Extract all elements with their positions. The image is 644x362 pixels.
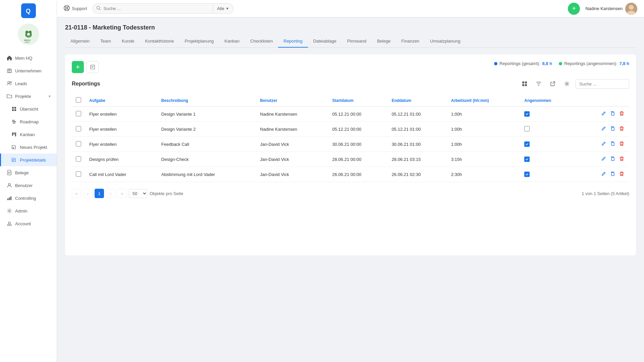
sidebar-item-uebersicht[interactable]: Übersicht [0, 103, 57, 115]
tab-kanban[interactable]: Kanban [219, 35, 245, 48]
global-add-button[interactable]: + [568, 3, 580, 15]
sidebar-item-admin[interactable]: Admin [0, 204, 57, 217]
angenommen-checked-icon[interactable] [524, 157, 530, 162]
delete-icon[interactable] [618, 110, 625, 118]
prev-page-button[interactable]: ‹ [83, 189, 93, 198]
copy-icon[interactable] [609, 125, 616, 133]
tab-finanzen[interactable]: Finanzen [396, 35, 425, 48]
sidebar-item-belege[interactable]: Belege [0, 166, 57, 179]
table-row: Flyer erstellenDesign Variante 1Nadine K… [72, 107, 629, 122]
sidebar-item-neues-projekt[interactable]: Neues Projekt [0, 141, 57, 154]
delete-icon[interactable] [618, 170, 625, 178]
sidebar-item-projektdetails[interactable]: Projektdetails [0, 154, 57, 166]
controlling-icon [6, 195, 12, 201]
reporting-search-input[interactable] [576, 79, 629, 89]
svg-rect-39 [7, 225, 11, 226]
sidebar-item-mein-hq[interactable]: Mein HQ [0, 52, 57, 64]
edit-icon[interactable] [600, 140, 607, 148]
row-checkbox[interactable] [76, 156, 81, 162]
cell-angenommen [520, 167, 576, 182]
sidebar-item-projekte[interactable]: Projekte ▼ [0, 90, 57, 103]
home-icon [6, 55, 12, 61]
sidebar-item-unternehmen[interactable]: Unternehmen [0, 64, 57, 77]
angenommen-checked-icon[interactable] [524, 172, 530, 177]
tab-allgemein[interactable]: Allgemein [65, 35, 95, 48]
sidebar-item-controlling[interactable]: Controlling [0, 192, 57, 204]
sidebar-item-roadmap[interactable]: Roadmap [0, 115, 57, 128]
svg-rect-11 [10, 70, 10, 71]
copy-icon[interactable] [609, 110, 616, 118]
tab-kontakthistorie[interactable]: Kontakthistorie [140, 35, 179, 48]
edit-icon[interactable] [600, 155, 607, 163]
pagination: « ‹ 1 › » 50 25 100 Objekte pro Seite 1 … [72, 189, 629, 198]
svg-rect-35 [9, 197, 10, 200]
select-all-checkbox[interactable] [76, 97, 81, 103]
svg-rect-57 [525, 84, 527, 86]
delete-icon[interactable] [618, 140, 625, 148]
project-tabs: Allgemein Team Kunde Kontakthistorie Pro… [65, 35, 636, 48]
row-checkbox[interactable] [76, 111, 81, 116]
tab-umsatzplanung[interactable]: Umsatzplanung [425, 35, 466, 48]
search-filter-dropdown[interactable]: Alle ▼ [213, 3, 233, 14]
export-button[interactable] [87, 61, 99, 73]
edit-icon[interactable] [600, 170, 607, 178]
edit-icon[interactable] [600, 110, 607, 118]
tab-pinnwand[interactable]: Pinnwand [342, 35, 372, 48]
row-checkbox[interactable] [76, 126, 81, 131]
svg-rect-62 [611, 112, 614, 115]
first-page-button[interactable]: « [72, 189, 81, 198]
svg-rect-25 [14, 132, 15, 135]
svg-rect-54 [522, 81, 524, 83]
last-page-button[interactable]: » [117, 189, 127, 198]
row-checkbox[interactable] [76, 171, 81, 177]
col-arbeitszeit: Arbeitszeit (hh:mm) [447, 95, 521, 107]
delete-icon[interactable] [618, 125, 625, 133]
copy-icon[interactable] [609, 140, 616, 148]
svg-rect-56 [522, 84, 524, 86]
cell-actions [576, 122, 629, 137]
angenommen-checked-icon[interactable] [524, 141, 530, 147]
support-label: Support [72, 6, 87, 11]
next-page-button[interactable]: › [106, 189, 115, 198]
user-menu[interactable]: Nadine Karstensen [585, 3, 637, 15]
folder-icon [6, 93, 12, 99]
angenommen-checkbox[interactable] [524, 126, 530, 131]
per-page-select[interactable]: 50 25 100 [129, 189, 148, 198]
settings-button[interactable] [561, 78, 572, 89]
tab-reporting[interactable]: Reporting [278, 35, 308, 48]
svg-rect-20 [14, 109, 16, 111]
sidebar-item-leads[interactable]: Leads [0, 77, 57, 90]
search-input[interactable] [102, 4, 209, 13]
tab-belege[interactable]: Belege [372, 35, 396, 48]
support-link[interactable]: Support [64, 5, 87, 12]
tab-dateiablage[interactable]: Dateiablage [308, 35, 342, 48]
stat-accepted-label: Reportings (angenommen): [564, 61, 617, 66]
edit-icon[interactable] [600, 125, 607, 133]
stat-accepted: Reportings (angenommen): 7,8 h [559, 61, 629, 66]
external-link-button[interactable] [547, 78, 558, 89]
stat-total-dot [494, 62, 497, 65]
row-checkbox[interactable] [76, 141, 81, 146]
sidebar-item-benutzer[interactable]: Benutzer [0, 179, 57, 192]
app-logo[interactable]: Q [21, 3, 36, 18]
copy-icon[interactable] [609, 155, 616, 163]
svg-line-47 [99, 9, 101, 10]
cell-beschreibung: Abstimmung mit Lord Vader [157, 167, 256, 182]
tab-kunde[interactable]: Kunde [116, 35, 140, 48]
add-reporting-button[interactable]: + [72, 61, 84, 73]
tab-team[interactable]: Team [95, 35, 116, 48]
filter-button[interactable] [533, 78, 544, 89]
cell-aufgabe: Designs prüfen [85, 152, 157, 167]
sidebar-item-kanban[interactable]: Kanban [0, 128, 57, 141]
delete-icon[interactable] [618, 155, 625, 163]
sidebar-item-account[interactable]: Account [0, 217, 57, 230]
angenommen-checked-icon[interactable] [524, 111, 530, 117]
table-row: Designs prüfenDesign-CheckJan-David Vick… [72, 152, 629, 167]
per-page-label: Objekte pro Seite [150, 191, 183, 196]
tab-projektplanung[interactable]: Projektplanung [179, 35, 219, 48]
view-toggle-button[interactable] [519, 78, 530, 89]
cell-startdatum: 26.06.21 00:00 [328, 167, 388, 182]
tab-checklisten[interactable]: Checklisten [245, 35, 278, 48]
page-1-button[interactable]: 1 [95, 189, 104, 198]
copy-icon[interactable] [609, 170, 616, 178]
